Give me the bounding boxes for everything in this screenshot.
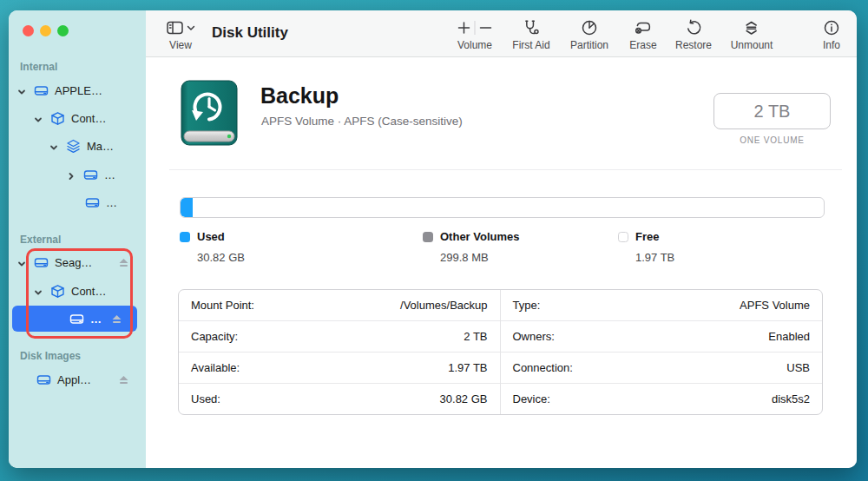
legend-label: Free bbox=[635, 230, 659, 243]
usage-bar-used-segment bbox=[181, 198, 193, 217]
erase-label: Erase bbox=[629, 39, 656, 51]
row-value: disk5s2 bbox=[772, 392, 810, 405]
external-drive-icon bbox=[34, 255, 49, 270]
table-row: Used: 30.82 GB bbox=[179, 383, 500, 414]
row-label: Available: bbox=[191, 361, 240, 374]
main-pane: View Disk Utility Volume First Aid bbox=[146, 10, 857, 468]
other-volumes-swatch bbox=[423, 232, 433, 242]
sidebar-item-label: … bbox=[90, 313, 102, 326]
window-controls bbox=[23, 25, 69, 36]
first-aid-button[interactable]: First Aid bbox=[512, 16, 549, 51]
sidebar: Internal APPLE… Cont… Ma… … … External bbox=[9, 10, 146, 468]
row-label: Mount Point: bbox=[191, 299, 254, 312]
volume-label: Volume bbox=[457, 39, 492, 51]
row-value: 2 TB bbox=[464, 330, 487, 343]
row-value: APFS Volume bbox=[740, 299, 810, 312]
sidebar-item-label: Cont… bbox=[71, 285, 106, 298]
restore-label: Restore bbox=[675, 39, 712, 51]
volume-layers-icon bbox=[66, 139, 81, 154]
chevron-right-icon[interactable] bbox=[67, 170, 76, 179]
row-label: Capacity: bbox=[191, 330, 238, 343]
external-drive-icon bbox=[34, 83, 49, 98]
free-swatch bbox=[618, 232, 628, 242]
row-value: 30.82 GB bbox=[440, 392, 488, 405]
row-value: /Volumes/Backup bbox=[400, 299, 487, 312]
legend-value: 1.97 TB bbox=[635, 251, 674, 264]
unmount-icon bbox=[743, 19, 760, 36]
volume-name: Backup bbox=[260, 83, 339, 109]
volume-count-caption: ONE VOLUME bbox=[713, 135, 831, 145]
sidebar-item-seagate-disk[interactable]: Seag… bbox=[17, 249, 92, 275]
eject-icon[interactable] bbox=[118, 258, 129, 267]
erase-drive-icon bbox=[634, 19, 653, 36]
sidebar-item-external-container[interactable]: Cont… bbox=[34, 278, 106, 304]
sidebar-item-container[interactable]: Cont… bbox=[34, 105, 106, 131]
chevron-down-icon[interactable] bbox=[49, 142, 58, 150]
sidebar-item-label: Cont… bbox=[71, 112, 106, 125]
window-title: Disk Utility bbox=[212, 24, 288, 42]
chevron-down-icon[interactable] bbox=[17, 86, 26, 95]
sidebar-item-label: … bbox=[106, 196, 117, 209]
details-left-column: Mount Point: /Volumes/Backup Capacity: 2… bbox=[179, 290, 501, 414]
disk-utility-window: Internal APPLE… Cont… Ma… … … External bbox=[9, 10, 857, 468]
zoom-button[interactable] bbox=[57, 25, 69, 36]
external-drive-icon bbox=[69, 312, 84, 326]
row-label: Used: bbox=[191, 392, 220, 405]
close-button[interactable] bbox=[23, 25, 34, 36]
details-table: Mount Point: /Volumes/Backup Capacity: 2… bbox=[178, 289, 823, 415]
row-value: USB bbox=[786, 361, 810, 374]
row-label: Type: bbox=[513, 299, 541, 312]
view-button[interactable]: View bbox=[167, 16, 195, 51]
row-label: Connection: bbox=[513, 361, 573, 374]
info-button[interactable]: Info bbox=[823, 16, 840, 51]
chevron-down-icon[interactable] bbox=[17, 258, 26, 267]
minimize-button[interactable] bbox=[40, 25, 51, 36]
sidebar-item-volume-group[interactable]: … bbox=[67, 161, 115, 188]
unmount-button[interactable]: Unmount bbox=[731, 16, 773, 51]
table-row: Capacity: 2 TB bbox=[179, 320, 500, 352]
eject-icon[interactable] bbox=[111, 314, 122, 324]
partition-button[interactable]: Partition bbox=[570, 16, 608, 51]
legend-value: 299.8 MB bbox=[440, 251, 520, 264]
usage-bar bbox=[180, 197, 825, 218]
volume-subtitle: APFS Volume · APFS (Case-sensitive) bbox=[261, 115, 463, 128]
chevron-down-icon[interactable] bbox=[34, 287, 43, 295]
restore-button[interactable]: Restore bbox=[675, 16, 712, 51]
table-row: Mount Point: /Volumes/Backup bbox=[179, 290, 500, 320]
sidebar-item-apple-disk[interactable]: APPLE… bbox=[17, 77, 102, 103]
table-row: Available: 1.97 TB bbox=[179, 352, 500, 383]
sidebar-item-label: Appl… bbox=[57, 373, 91, 386]
used-swatch bbox=[180, 232, 190, 242]
partition-pie-icon bbox=[581, 19, 598, 36]
chevron-down-icon[interactable] bbox=[34, 114, 43, 122]
eject-icon[interactable] bbox=[118, 375, 129, 385]
container-cube-icon bbox=[50, 111, 65, 126]
volume-buttons: Volume bbox=[457, 16, 493, 51]
unmount-label: Unmount bbox=[731, 39, 773, 51]
sidebar-item-backup-volume-selected[interactable]: … bbox=[12, 306, 137, 332]
first-aid-icon bbox=[523, 19, 541, 37]
sidebar-item-disk-image[interactable]: Appl… bbox=[36, 366, 91, 392]
chevron-down-icon bbox=[187, 25, 195, 31]
add-volume-icon[interactable] bbox=[457, 21, 471, 35]
remove-volume-icon[interactable] bbox=[479, 21, 493, 35]
first-aid-label: First Aid bbox=[512, 39, 549, 51]
erase-button[interactable]: Erase bbox=[629, 16, 656, 51]
table-row: Device: disk5s2 bbox=[501, 383, 823, 414]
divider bbox=[475, 21, 476, 35]
table-row: Connection: USB bbox=[501, 352, 823, 383]
table-row: Owners: Enabled bbox=[501, 320, 823, 352]
external-drive-icon bbox=[36, 372, 51, 387]
legend-other-volumes: Other Volumes 299.8 MB bbox=[423, 230, 520, 264]
header-divider bbox=[169, 169, 842, 170]
sidebar-item-label: Seag… bbox=[55, 256, 92, 269]
details-right-column: Type: APFS Volume Owners: Enabled Connec… bbox=[501, 290, 823, 414]
info-label: Info bbox=[823, 39, 840, 51]
sidebar-item-macintosh[interactable]: Ma… bbox=[49, 133, 114, 159]
volume-size-badge: 2 TB bbox=[713, 93, 831, 129]
legend-label: Used bbox=[197, 230, 225, 243]
table-row: Type: APFS Volume bbox=[501, 290, 823, 320]
legend-label: Other Volumes bbox=[440, 230, 520, 243]
row-value: 1.97 TB bbox=[448, 361, 487, 374]
sidebar-item-volume[interactable]: … bbox=[85, 189, 117, 215]
